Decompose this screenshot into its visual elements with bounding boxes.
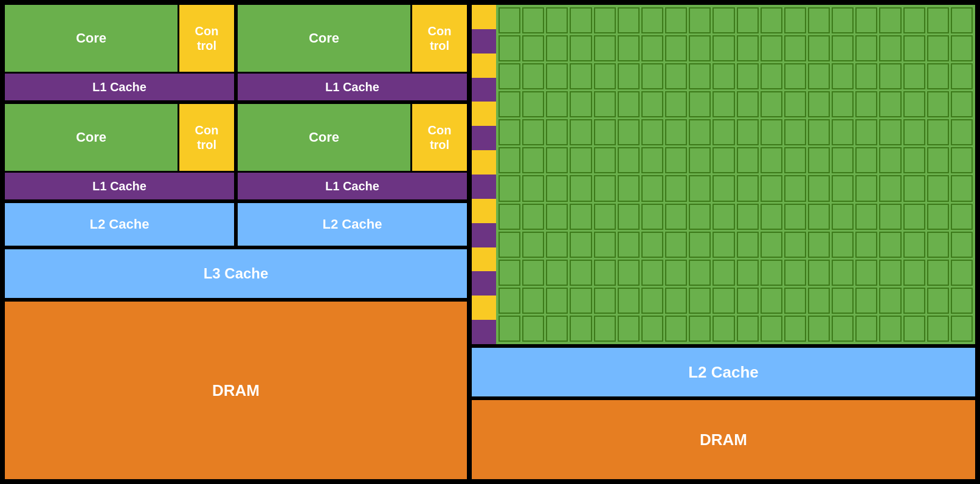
- gpu-core-cell: [951, 288, 973, 314]
- gpu-core-cell: [713, 63, 734, 89]
- gpu-core-cell: [903, 119, 925, 145]
- gpu-core-cell: [546, 91, 568, 117]
- gpu-core-cell: [546, 63, 568, 89]
- gpu-core-cell: [689, 147, 711, 173]
- control-3-label: Control: [195, 123, 219, 152]
- gpu-core-cell: [855, 91, 877, 117]
- gpu-core-cell: [665, 7, 687, 33]
- gpu-core-cell: [665, 175, 687, 201]
- control-3: Control: [179, 104, 234, 171]
- gpu-core-cell: [594, 63, 616, 89]
- gpu-core-cell: [689, 260, 711, 286]
- gpu-core-cell: [903, 204, 925, 230]
- gpu-core-cell: [594, 260, 616, 286]
- gpu-core-cell: [546, 260, 568, 286]
- gpu-core-cell: [618, 204, 640, 230]
- gpu-core-cell: [546, 147, 568, 173]
- gpu-core-cell: [546, 204, 568, 230]
- gpu-core-cell: [761, 7, 782, 33]
- gpu-core-cell: [951, 63, 973, 89]
- gpu-core-cell: [618, 175, 640, 201]
- gpu-core-cell: [927, 204, 949, 230]
- stripe-10: [472, 223, 496, 247]
- cpu-panel: Core Control L1 Cache Core Control: [5, 5, 467, 479]
- gpu-core-cell: [641, 204, 663, 230]
- gpu-core-cell: [689, 91, 711, 117]
- gpu-core-cell: [927, 35, 949, 61]
- gpu-core-cell: [832, 175, 854, 201]
- stripe-9: [472, 199, 496, 223]
- gpu-core-cell: [832, 288, 854, 314]
- gpu-core-cell: [641, 232, 663, 258]
- gpu-core-cell: [855, 147, 877, 173]
- gpu-core-cell: [808, 147, 830, 173]
- gpu-core-cell: [927, 63, 949, 89]
- gpu-core-cell: [927, 316, 949, 342]
- gpu-core-cell: [903, 91, 925, 117]
- gpu-core-cell: [761, 204, 782, 230]
- gpu-core-cell: [784, 63, 806, 89]
- gpu-core-cell: [618, 232, 640, 258]
- gpu-core-cell: [689, 119, 711, 145]
- gpu-core-cell: [665, 260, 687, 286]
- gpu-core-cell: [618, 63, 640, 89]
- gpu-core-cell: [761, 175, 782, 201]
- gpu-core-cell: [713, 35, 734, 61]
- cpu-dram: DRAM: [5, 302, 467, 479]
- gpu-core-cell: [832, 204, 854, 230]
- gpu-core-cell: [951, 35, 973, 61]
- gpu-core-cell: [499, 91, 520, 117]
- gpu-core-cell: [522, 288, 544, 314]
- gpu-core-cell: [855, 260, 877, 286]
- gpu-core-cell: [784, 35, 806, 61]
- stripe-1: [472, 5, 496, 29]
- gpu-core-cell: [737, 260, 759, 286]
- gpu-core-cell: [665, 232, 687, 258]
- gpu-core-cell: [546, 7, 568, 33]
- gpu-core-cell: [855, 7, 877, 33]
- gpu-core-cell: [665, 316, 687, 342]
- gpu-core-cell: [761, 260, 782, 286]
- gpu-core-cell: [855, 204, 877, 230]
- gpu-dram-label: DRAM: [700, 430, 747, 449]
- gpu-core-cell: [879, 204, 901, 230]
- gpu-core-cell: [737, 204, 759, 230]
- gpu-core-cell: [951, 147, 973, 173]
- gpu-core-cell: [570, 7, 592, 33]
- gpu-core-cell: [499, 204, 520, 230]
- gpu-core-cell: [665, 147, 687, 173]
- gpu-core-cell: [737, 119, 759, 145]
- stripe-11: [472, 247, 496, 272]
- gpu-core-cell: [618, 316, 640, 342]
- gpu-core-cell: [761, 63, 782, 89]
- gpu-core-cell: [808, 7, 830, 33]
- gpu-core-cell: [927, 119, 949, 145]
- gpu-core-cell: [522, 7, 544, 33]
- gpu-core-cell: [927, 260, 949, 286]
- gpu-core-cell: [499, 7, 520, 33]
- gpu-core-cell: [522, 316, 544, 342]
- core-group-3: Core Control L1 Cache: [5, 104, 234, 199]
- gpu-core-cell: [784, 147, 806, 173]
- gpu-core-cell: [570, 175, 592, 201]
- stripe-7: [472, 150, 496, 175]
- gpu-core-cell: [594, 7, 616, 33]
- gpu-core-cell: [951, 7, 973, 33]
- gpu-core-cell: [641, 63, 663, 89]
- gpu-l2-cache: L2 Cache: [472, 348, 975, 396]
- gpu-core-cell: [499, 288, 520, 314]
- gpu-core-cell: [927, 7, 949, 33]
- gpu-core-cell: [832, 316, 854, 342]
- gpu-core-cell: [641, 316, 663, 342]
- stripe-14: [472, 320, 496, 344]
- gpu-core-cell: [832, 7, 854, 33]
- core-1-with-control: Core Control: [5, 5, 234, 72]
- core-2: Core: [238, 5, 410, 72]
- gpu-core-cell: [927, 288, 949, 314]
- stripe-2: [472, 29, 496, 54]
- gpu-l2-label: L2 Cache: [688, 363, 759, 382]
- gpu-memory-section: L2 Cache DRAM: [472, 348, 975, 479]
- gpu-core-cell: [903, 7, 925, 33]
- gpu-core-cell: [618, 7, 640, 33]
- core-1: Core: [5, 5, 178, 72]
